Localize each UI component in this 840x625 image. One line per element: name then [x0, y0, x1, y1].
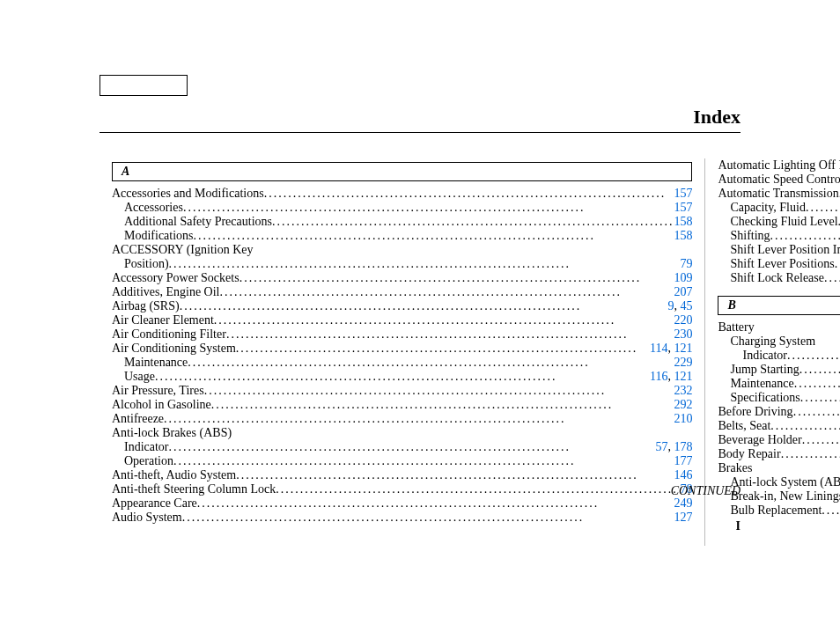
index-entry-label: Accessories and Modifications — [112, 187, 264, 201]
page-link[interactable]: 292 — [674, 398, 692, 411]
page-link[interactable]: 230 — [674, 327, 692, 341]
index-entry-label: Shift Lock Release — [730, 271, 824, 285]
page-link[interactable]: 158 — [674, 215, 692, 228]
index-entry-label: Jump Starting — [730, 363, 799, 377]
index-entry-label: Capacity, Fluid — [730, 201, 805, 215]
index-entry-pages: 230 — [674, 327, 692, 342]
index-entry-label: Maintenance — [124, 356, 188, 370]
page-link[interactable]: 79 — [680, 257, 692, 270]
index-entry-label: Shifting — [730, 229, 770, 243]
page-link[interactable]: 121 — [674, 370, 692, 383]
index-entry: Accessories and Modifications157 — [112, 187, 692, 201]
page-link[interactable]: 249 — [674, 496, 692, 510]
index-entry-label: Accessory Power Sockets — [112, 271, 239, 285]
index-entry: Anti-theft Steering Column Lock78 — [112, 482, 692, 496]
index-entry-pages: 57, 178 — [655, 440, 692, 454]
index-entry-label: Body Repair — [718, 447, 780, 461]
index-entry: Air Conditioning System114, 121 — [112, 342, 692, 356]
index-columns: AAccessories and Modifications157Accesso… — [99, 158, 741, 546]
index-entry-label: Brakes — [718, 461, 752, 475]
index-entry-label: Anti-lock System (ABS) — [730, 475, 840, 489]
page-link[interactable]: 207 — [674, 285, 692, 298]
page-link[interactable]: 146 — [674, 468, 692, 482]
index-entry-pages: 177 — [674, 454, 692, 468]
page-link[interactable]: 177 — [674, 454, 692, 467]
index-entry: Belts, Seat8, 42 — [718, 419, 840, 433]
index-entry-label: Antifreeze — [112, 412, 164, 426]
index-entry: Alcohol in Gasoline292 — [112, 398, 692, 412]
index-entry-label: Checking Fluid Level — [730, 215, 837, 229]
index-entry-pages: 210 — [674, 412, 692, 426]
index-entry: Bulb Replacement243 — [718, 504, 840, 518]
index-entry: Shifting166 — [718, 229, 840, 243]
index-entry-pages: 114, 121 — [650, 342, 692, 356]
page-link[interactable]: 157 — [674, 187, 692, 200]
index-entry: Modifications158 — [112, 229, 692, 243]
index-entry-label: Before Driving — [718, 405, 792, 419]
leader-dots — [194, 229, 674, 243]
index-entry-pages: 109 — [674, 271, 692, 285]
index-entry-label: Shift Lever Positions — [730, 257, 834, 271]
page-link[interactable]: 116 — [650, 370, 667, 383]
leader-dots — [787, 349, 840, 363]
index-entry: Antifreeze210 — [112, 412, 692, 426]
index-entry-label: Alcohol in Gasoline — [112, 398, 211, 412]
leader-dots — [770, 229, 840, 243]
leader-dots — [806, 201, 840, 215]
page-link[interactable]: 45 — [680, 299, 692, 312]
index-entry: Additional Safety Precautions158 — [112, 215, 692, 229]
index-entry: Shift Lock Release173 — [718, 271, 840, 285]
index-entry: Checking Fluid Level216 — [718, 215, 840, 229]
index-entry: Jump Starting266 — [718, 363, 840, 377]
leader-dots — [239, 271, 674, 285]
index-entry-pages: 157 — [674, 187, 692, 201]
page-link[interactable]: 109 — [674, 271, 692, 284]
page: Index AAccessories and Modifications157A… — [0, 0, 840, 625]
index-entry-pages: 292 — [674, 398, 692, 412]
index-entry-label: Maintenance — [730, 377, 793, 391]
page-link[interactable]: 178 — [674, 440, 692, 453]
page-link[interactable]: 232 — [674, 384, 692, 397]
index-entry-label: Indicator — [742, 349, 787, 363]
index-entry-label: Airbag (SRS) — [112, 299, 180, 313]
leader-dots — [169, 257, 681, 271]
leader-dots — [214, 313, 674, 327]
index-entry-label: Charging System — [730, 335, 815, 349]
leader-dots — [226, 327, 674, 342]
index-entry-label: Battery — [718, 320, 754, 335]
index-entry-label: Automatic Lighting Off Feature — [718, 158, 840, 173]
index-entry: Capacity, Fluid288 — [718, 201, 840, 215]
index-entry-label: Specifications — [730, 391, 799, 405]
index-entry: Automatic Transmission166 — [718, 187, 840, 201]
index-entry-pages: 232 — [674, 384, 692, 398]
index-entry-pages: 146 — [674, 468, 692, 482]
index-entry: Body Repair256 — [718, 447, 840, 461]
page-link[interactable]: 157 — [674, 201, 692, 214]
index-entry: Operation177 — [112, 454, 692, 468]
index-entry: Shift Lever Positions167 — [718, 257, 840, 271]
page-folio: I — [736, 519, 741, 533]
page-link[interactable]: 210 — [674, 412, 692, 425]
page-link[interactable]: 127 — [674, 511, 692, 524]
leader-dots — [220, 285, 674, 299]
index-entry: ACCESSORY (Ignition Key — [112, 243, 692, 257]
index-entry: Specifications289 — [718, 391, 840, 405]
page-link[interactable]: 229 — [674, 356, 692, 369]
index-entry: Battery — [718, 320, 840, 335]
index-entry-pages: 207 — [674, 285, 692, 299]
leader-dots — [276, 482, 680, 496]
index-entry: Indicator57, 178 — [112, 440, 692, 454]
index-entry: Anti-theft, Audio System146 — [112, 468, 692, 482]
leader-dots — [173, 454, 674, 468]
index-column: AAccessories and Modifications157Accesso… — [99, 158, 704, 546]
page-link[interactable]: 114 — [650, 342, 667, 355]
page-link[interactable]: 57 — [655, 440, 667, 453]
page-link[interactable]: 158 — [674, 229, 692, 242]
page-link[interactable]: 121 — [674, 342, 692, 355]
index-entry-pages: 79 — [680, 257, 692, 271]
index-entry-pages: 157 — [674, 201, 692, 215]
leader-dots — [236, 342, 650, 356]
index-entry: Maintenance229 — [112, 356, 692, 370]
page-link[interactable]: 220 — [674, 313, 692, 327]
index-entry-label: Anti-theft Steering Column Lock — [112, 482, 276, 496]
